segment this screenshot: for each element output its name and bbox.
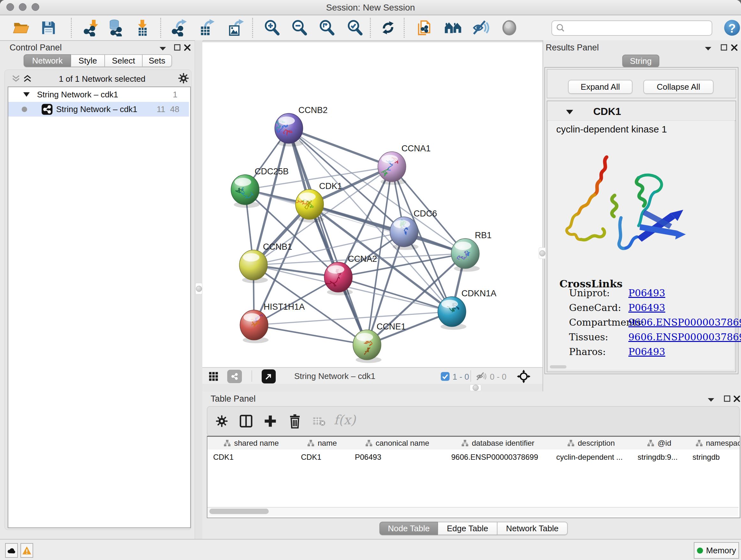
panel-menu-icon[interactable] bbox=[707, 397, 715, 402]
left-splitter[interactable] bbox=[195, 40, 203, 539]
export-table-button[interactable] bbox=[198, 19, 215, 37]
expand-all-tree-icon[interactable] bbox=[23, 75, 32, 83]
tab-node-table[interactable]: Node Table bbox=[380, 522, 438, 535]
collapse-all-button[interactable]: Collapse All bbox=[643, 80, 714, 94]
search-input[interactable] bbox=[568, 23, 712, 33]
export-network-button[interactable] bbox=[171, 19, 188, 37]
delete-column-trash-icon[interactable] bbox=[288, 414, 302, 428]
horizontal-splitter[interactable] bbox=[202, 384, 542, 391]
search-icon bbox=[555, 23, 566, 34]
selected-checkbox-icon[interactable] bbox=[441, 372, 450, 381]
collapse-all-tree-icon[interactable] bbox=[11, 75, 21, 83]
memory-button[interactable]: Memory bbox=[694, 542, 739, 559]
table-cell[interactable]: 9606.ENSP00000378699 bbox=[446, 450, 550, 464]
expand-all-button[interactable]: Expand All bbox=[568, 80, 632, 94]
zoom-selected-button[interactable] bbox=[346, 19, 364, 37]
crosslink-link[interactable]: P06493 bbox=[628, 302, 665, 313]
float-panel-icon[interactable] bbox=[724, 395, 731, 402]
svg-text:?: ? bbox=[728, 21, 736, 35]
birdseye-button[interactable] bbox=[500, 19, 518, 37]
table-cell[interactable]: stringdb:9... bbox=[632, 450, 687, 464]
column-header-description[interactable]: description bbox=[550, 437, 632, 449]
table-cell[interactable]: CDK1 bbox=[207, 450, 295, 464]
float-panel-icon[interactable] bbox=[721, 44, 728, 51]
node-CDKN1A[interactable]: CDKN1A bbox=[438, 289, 496, 330]
external-arrow-icon bbox=[265, 372, 273, 381]
edge-CCNB2-CCNA1[interactable] bbox=[289, 128, 392, 167]
right-splitter-handle[interactable] bbox=[539, 247, 546, 259]
network-collection-row[interactable]: String Network – cdk1 1 bbox=[8, 87, 189, 102]
birdseye-crosshair-icon[interactable] bbox=[517, 370, 530, 383]
tab-sets[interactable]: Sets bbox=[142, 54, 172, 67]
zoom-fit-button[interactable] bbox=[318, 19, 336, 37]
grid-view-icon[interactable] bbox=[209, 372, 218, 381]
network-graph[interactable]: CCNB2CCNA1CDC25BCDK1CDC6RB1CCNB1CCNA2CDK… bbox=[202, 42, 542, 368]
zoom-out-button[interactable] bbox=[290, 19, 308, 37]
application-window: Session: New Session bbox=[0, 0, 741, 560]
table-hscrollbar-thumb[interactable] bbox=[209, 509, 269, 514]
tab-network[interactable]: Network bbox=[23, 54, 71, 67]
panel-menu-icon[interactable] bbox=[704, 46, 712, 51]
zoom-in-button[interactable] bbox=[263, 19, 281, 37]
close-panel-icon[interactable] bbox=[731, 44, 738, 51]
tab-network-table[interactable]: Network Table bbox=[497, 522, 568, 535]
column-header--id[interactable]: @id bbox=[632, 437, 687, 449]
section-hscrollbar[interactable] bbox=[550, 365, 566, 368]
table-cell[interactable]: stringdb bbox=[687, 450, 740, 464]
node-RB1[interactable]: RB1 bbox=[451, 231, 492, 272]
show-all-panels-button[interactable] bbox=[444, 19, 462, 37]
column-header-name[interactable]: name bbox=[295, 437, 350, 449]
table-cell[interactable]: P06493 bbox=[349, 450, 446, 464]
close-panel-icon[interactable] bbox=[184, 44, 191, 51]
crosslink-link[interactable]: 9606.ENSP00000378699 bbox=[628, 331, 741, 343]
close-panel-icon[interactable] bbox=[733, 395, 740, 402]
left-splitter-handle[interactable] bbox=[195, 283, 202, 294]
horizontal-splitter-handle[interactable] bbox=[470, 384, 481, 391]
table-cell[interactable]: cyclin-dependent ... bbox=[550, 450, 632, 464]
detach-view-button[interactable] bbox=[262, 369, 276, 383]
crosslink-link[interactable]: P06493 bbox=[628, 287, 665, 299]
section-collapse-icon[interactable] bbox=[566, 109, 574, 115]
warning-status-button[interactable] bbox=[20, 543, 33, 558]
hide-panels-button[interactable] bbox=[472, 19, 489, 37]
network-view-toggle-button[interactable] bbox=[227, 370, 242, 383]
zoom-selected-icon bbox=[347, 19, 363, 36]
tab-style[interactable]: Style bbox=[71, 54, 105, 67]
column-header-database-identifier[interactable]: database identifier bbox=[446, 437, 551, 449]
export-image-button[interactable] bbox=[226, 19, 244, 37]
save-session-button[interactable] bbox=[40, 19, 57, 37]
column-header-namespace[interactable]: namespace bbox=[687, 437, 740, 449]
node-CCNA1[interactable]: CCNA1 bbox=[378, 144, 431, 185]
panel-menu-icon[interactable] bbox=[159, 46, 166, 51]
edge-HIST1H1A-CCNE1[interactable] bbox=[254, 325, 367, 345]
crosslink-link[interactable]: 9606.ENSP00000378699 bbox=[628, 317, 741, 328]
tab-string[interactable]: String bbox=[622, 55, 659, 67]
float-panel-icon[interactable] bbox=[174, 44, 181, 51]
table-cell[interactable]: CDK1 bbox=[295, 450, 349, 464]
add-column-icon[interactable] bbox=[264, 415, 277, 428]
table-hscrollbar[interactable] bbox=[207, 507, 738, 516]
network-canvas[interactable]: CCNB2CCNA1CDC25BCDK1CDC6RB1CCNB1CCNA2CDK… bbox=[202, 42, 542, 368]
tab-select[interactable]: Select bbox=[105, 54, 142, 67]
clone-network-button[interactable] bbox=[416, 19, 434, 37]
tab-edge-table[interactable]: Edge Table bbox=[438, 522, 497, 535]
apply-layout-button[interactable] bbox=[379, 19, 397, 37]
import-network-file-button[interactable] bbox=[82, 19, 100, 37]
column-header-shared-name[interactable]: shared name bbox=[207, 437, 296, 449]
table-options-gear-icon[interactable] bbox=[216, 415, 228, 427]
help-button[interactable]: ? bbox=[723, 19, 741, 37]
tree-expand-icon[interactable] bbox=[23, 91, 30, 98]
network-options-gear-icon[interactable] bbox=[178, 73, 189, 84]
network-row-selected[interactable]: String Network – cdk1 11 48 bbox=[8, 102, 189, 117]
toolbar-separator bbox=[470, 370, 471, 382]
column-header-canonical-name[interactable]: canonical name bbox=[349, 437, 446, 449]
node-CDC6[interactable]: CDC6 bbox=[390, 209, 437, 250]
cloud-status-button[interactable] bbox=[5, 543, 18, 558]
open-file-button[interactable] bbox=[12, 19, 30, 37]
edge-CCNB2-CCNE1[interactable] bbox=[289, 128, 367, 345]
crosslink-link[interactable]: P06493 bbox=[628, 346, 665, 357]
node-CCNB1[interactable]: CCNB1 bbox=[239, 242, 292, 283]
import-table-button[interactable] bbox=[133, 19, 151, 37]
show-columns-icon[interactable] bbox=[239, 415, 253, 428]
import-network-database-button[interactable] bbox=[106, 19, 124, 37]
